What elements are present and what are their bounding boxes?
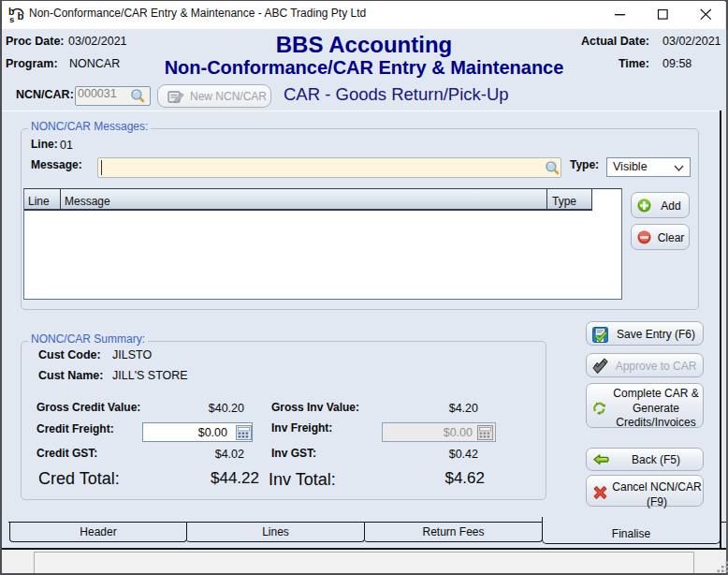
svg-text:s: s <box>9 14 14 24</box>
